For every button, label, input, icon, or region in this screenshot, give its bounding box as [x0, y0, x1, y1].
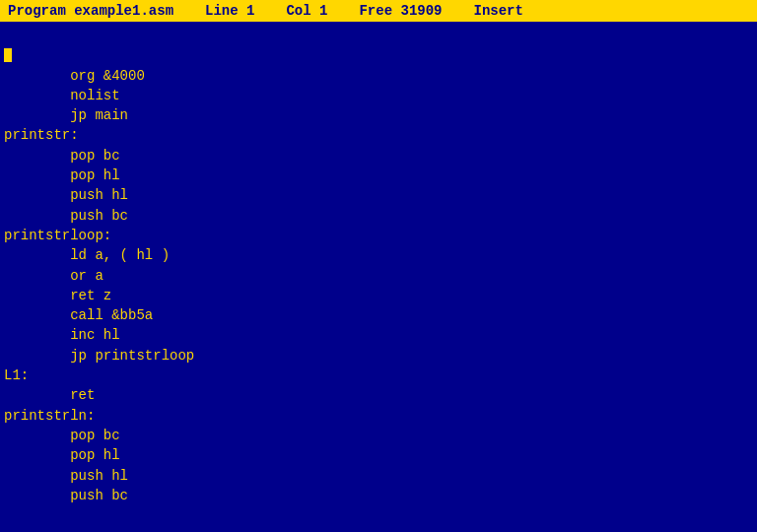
- line-info: Line 1: [205, 3, 254, 19]
- code-line: printstrloop:: [0, 226, 757, 245]
- code-line: pop hl: [0, 166, 757, 185]
- editor-area[interactable]: org &4000 nolist jp mainprintstr: pop bc…: [0, 22, 757, 509]
- code-line: printstr:: [0, 125, 757, 145]
- code-line: inc hl: [0, 325, 757, 345]
- free-memory: Free 31909: [359, 3, 442, 19]
- code-line: ret: [0, 385, 757, 405]
- code-line: jp main: [0, 105, 757, 125]
- code-line: org &4000: [0, 66, 757, 86]
- code-line: push bc: [0, 206, 757, 226]
- program-name: Program example1.asm: [8, 3, 173, 19]
- code-line: ret z: [0, 286, 757, 305]
- code-line: L1:: [0, 366, 757, 385]
- code-line: push hl: [0, 466, 757, 486]
- code-line: or a: [0, 266, 757, 286]
- code-line: pop hl: [0, 445, 757, 465]
- code-line: pop bc: [0, 146, 757, 166]
- code-line: ld a, ( hl ): [0, 245, 757, 265]
- code-line: [0, 45, 757, 65]
- code-line: printstrln:: [0, 406, 757, 426]
- code-line: call &bb5a: [0, 305, 757, 325]
- status-bar: Program example1.asm Line 1 Col 1 Free 3…: [0, 0, 757, 22]
- code-line: pop bc: [0, 426, 757, 445]
- text-cursor: [4, 48, 12, 62]
- code-line: push bc: [0, 486, 757, 505]
- code-line: nolist: [0, 86, 757, 105]
- col-info: Col 1: [286, 3, 327, 19]
- edit-mode: Insert: [473, 3, 522, 19]
- code-line: jp printstrloop: [0, 346, 757, 366]
- code-line: push hl: [0, 185, 757, 205]
